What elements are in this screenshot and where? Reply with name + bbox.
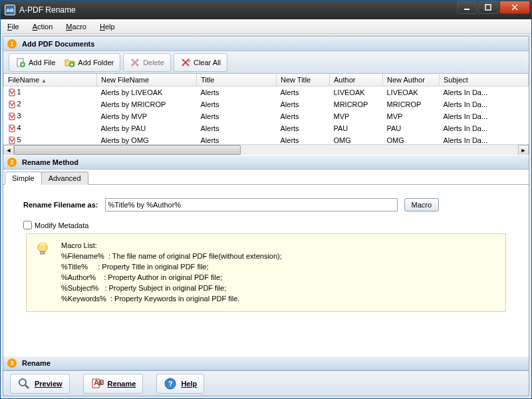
content-area: 1 Add PDF Documents Add File Add Folder bbox=[3, 36, 529, 396]
pdf-icon bbox=[8, 112, 16, 120]
help-label: Help bbox=[181, 380, 197, 388]
close-button[interactable] bbox=[499, 1, 530, 14]
menu-macro[interactable]: Macro bbox=[63, 21, 89, 32]
section-add-label: Add PDF Documents bbox=[22, 40, 94, 48]
table-row[interactable]: 5Alerts by OMGAlertsAlertsOMGOMGAlerts I… bbox=[4, 134, 529, 144]
file-table: FileName New FileName Title New Title Au… bbox=[3, 74, 529, 144]
help-icon: ? bbox=[164, 377, 177, 390]
menu-file[interactable]: File bbox=[5, 21, 22, 32]
add-file-label: Add File bbox=[29, 59, 55, 66]
clear-all-icon bbox=[180, 57, 191, 68]
step-2-badge: 2 bbox=[7, 158, 17, 167]
rename-icon: AB bbox=[90, 377, 104, 390]
col-filename[interactable]: FileName bbox=[4, 74, 97, 86]
tool-group-delete: Delete bbox=[123, 53, 171, 72]
table-row[interactable]: 3Alerts by MVPAlertsAlertsMVPMVPAlerts I… bbox=[4, 110, 529, 122]
modify-metadata-checkbox[interactable] bbox=[23, 221, 32, 229]
section-add-header: 1 Add PDF Documents bbox=[3, 37, 529, 51]
col-author[interactable]: Author bbox=[330, 74, 383, 86]
add-toolbar: Add File Add Folder Delete bbox=[3, 51, 529, 74]
svg-point-5 bbox=[38, 243, 47, 252]
delete-icon bbox=[130, 57, 140, 68]
maximize-button[interactable] bbox=[478, 1, 498, 14]
preview-label: Preview bbox=[35, 380, 63, 388]
maximize-icon bbox=[485, 4, 491, 11]
preview-button[interactable]: Preview bbox=[10, 374, 70, 394]
pdf-icon bbox=[8, 88, 16, 96]
table-row[interactable]: 1Alerts by LIVEOAKAlertsAlertsLIVEOAKLIV… bbox=[4, 86, 529, 98]
preview-icon bbox=[17, 377, 31, 390]
rename-button[interactable]: AB Rename bbox=[83, 374, 144, 394]
add-folder-button[interactable]: Add Folder bbox=[61, 56, 118, 69]
rename-label: Rename bbox=[108, 380, 136, 388]
rename-as-label: Rename Filename as: bbox=[23, 201, 98, 209]
svg-rect-1 bbox=[485, 5, 491, 10]
col-title[interactable]: Title bbox=[197, 74, 277, 86]
modify-metadata-label: Modify Metadata bbox=[35, 221, 88, 229]
pdf-icon bbox=[8, 100, 16, 108]
svg-point-7 bbox=[19, 379, 26, 386]
scroll-thumb[interactable] bbox=[14, 145, 241, 155]
table-row[interactable]: 2Alerts by MRICROPAlertsAlertsMRICROPMRI… bbox=[4, 98, 529, 110]
method-tabs: Simple Advanced bbox=[3, 171, 529, 185]
scroll-right-arrow[interactable]: ► bbox=[518, 145, 529, 156]
menubar: File Action Macro Help bbox=[1, 19, 531, 34]
app-icon: AB bbox=[5, 5, 15, 15]
add-folder-icon bbox=[65, 57, 75, 68]
pdf-icon bbox=[8, 136, 16, 144]
tool-group-add: Add File Add Folder bbox=[9, 53, 120, 72]
add-folder-label: Add Folder bbox=[78, 59, 114, 66]
pdf-icon bbox=[8, 124, 16, 132]
macro-button[interactable]: Macro bbox=[404, 198, 440, 211]
step-3-badge: 3 bbox=[7, 358, 17, 368]
section-method-header: 2 Rename Method bbox=[3, 155, 529, 170]
svg-text:AB: AB bbox=[94, 378, 104, 386]
rename-pattern-input[interactable] bbox=[105, 198, 398, 211]
add-file-icon bbox=[15, 57, 26, 68]
window: AB A-PDF Rename File Action Macro Help 1… bbox=[0, 0, 532, 399]
step-1-badge: 1 bbox=[7, 39, 17, 49]
minimize-icon bbox=[464, 4, 470, 11]
file-table-container[interactable]: FileName New FileName Title New Title Au… bbox=[3, 74, 529, 144]
section-rename-header: 3 Rename bbox=[3, 356, 529, 370]
scroll-left-arrow[interactable]: ◄ bbox=[3, 145, 14, 156]
tab-advanced[interactable]: Advanced bbox=[41, 172, 88, 185]
table-row[interactable]: 4Alerts by PAUAlertsAlertsPAUPAUAlerts I… bbox=[4, 122, 529, 134]
col-newfilename[interactable]: New FileName bbox=[97, 74, 197, 86]
window-controls bbox=[457, 1, 531, 19]
svg-rect-0 bbox=[464, 9, 469, 10]
footer-toolbar: Preview AB Rename ? Help bbox=[3, 370, 529, 396]
simple-form: Rename Filename as: Macro Modify Metadat… bbox=[3, 185, 529, 319]
lightbulb-icon bbox=[35, 241, 51, 257]
section-rename-label: Rename bbox=[22, 359, 51, 367]
horizontal-scrollbar: ◄ ► bbox=[3, 144, 529, 155]
help-button[interactable]: ? Help bbox=[156, 374, 204, 394]
col-newauthor[interactable]: New Author bbox=[383, 74, 440, 86]
macro-list-text: Macro List: %Filename% : The file name o… bbox=[61, 241, 282, 305]
menu-help[interactable]: Help bbox=[97, 21, 118, 32]
tab-simple[interactable]: Simple bbox=[5, 172, 42, 185]
col-newtitle[interactable]: New Title bbox=[277, 74, 330, 86]
scroll-track[interactable] bbox=[14, 145, 518, 155]
section-method-label: Rename Method bbox=[22, 158, 78, 166]
col-subject[interactable]: Subject bbox=[440, 74, 529, 86]
svg-text:?: ? bbox=[168, 380, 173, 388]
clear-all-button[interactable]: Clear All bbox=[176, 56, 225, 69]
delete-button[interactable]: Delete bbox=[126, 56, 168, 69]
tool-group-clear: Clear All bbox=[174, 53, 227, 72]
close-icon bbox=[511, 4, 518, 11]
macro-help-box: Macro List: %Filename% : The file name o… bbox=[26, 233, 506, 312]
minimize-button[interactable] bbox=[457, 1, 477, 14]
titlebar[interactable]: AB A-PDF Rename bbox=[1, 1, 531, 19]
delete-label: Delete bbox=[143, 59, 164, 66]
window-title: A-PDF Rename bbox=[19, 5, 457, 15]
add-file-button[interactable]: Add File bbox=[11, 56, 59, 69]
menu-action[interactable]: Action bbox=[30, 21, 56, 32]
clear-all-label: Clear All bbox=[194, 59, 221, 66]
svg-rect-6 bbox=[41, 251, 45, 254]
